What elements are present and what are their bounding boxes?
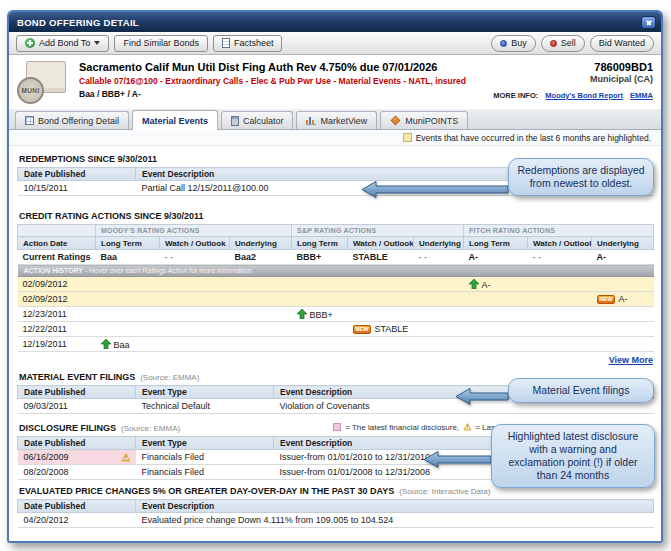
cusip: 786009BD1 (473, 61, 653, 73)
tab-calculator[interactable]: Calculator (221, 111, 294, 129)
chart-icon (306, 116, 316, 125)
empty-rating-cell (230, 322, 292, 337)
rating-history-row: 02/09/2012A- (18, 277, 654, 292)
empty-rating-cell (96, 277, 160, 292)
empty-rating-cell (592, 322, 654, 337)
action-history-text: ACTION HISTORY - Hover over each Ratings… (18, 265, 654, 277)
find-similar-b bonds-button[interactable]: Find Similar Bonds (114, 35, 208, 52)
material-events-callout-arrow-icon (455, 387, 509, 406)
tab-munipoints[interactable]: MuniPOINTS (380, 111, 468, 129)
empty-rating-cell (528, 307, 592, 322)
diamond-icon (391, 116, 401, 126)
factsheet-button[interactable]: Factsheet (213, 35, 283, 52)
upgrade-arrow-icon (297, 309, 307, 319)
empty-rating-cell (160, 322, 230, 337)
muni-seal-icon: MUNI (17, 77, 44, 104)
empty-rating-cell (160, 292, 230, 307)
action-date-cell: 12/22/2011 (18, 322, 96, 337)
tab-bond-offering-detail[interactable]: Bond Offering Detail (15, 111, 129, 129)
disclosures-source: (Source: EMMA) (121, 424, 180, 433)
rating-action-cell[interactable]: NEWSTABLE (348, 322, 414, 337)
close-button[interactable] (641, 16, 656, 29)
empty-rating-cell (414, 337, 464, 352)
redemptions-callout: Redemptions are displayed from newest to… (508, 158, 654, 196)
current-rating-cell: Baa2 (230, 250, 292, 265)
sell-dot-icon (550, 40, 557, 47)
empty-rating-cell (414, 277, 464, 292)
warning-icon: ⚠ (463, 422, 471, 432)
rating-history-row: 12/22/2011NEWSTABLE (18, 322, 654, 337)
new-badge: NEW (597, 295, 616, 305)
rating-action-cell[interactable]: NEWA- (592, 292, 654, 307)
table-header-row: Date PublishedEvent Description (18, 500, 654, 513)
buy-button[interactable]: Buy (491, 35, 536, 52)
empty-rating-cell (230, 337, 292, 352)
buy-dot-icon (500, 40, 507, 47)
moodys-bond-report-link[interactable]: Moody's Bond Report (545, 91, 623, 100)
column-header: Date Published (18, 437, 136, 450)
credit-ratings-title: CREDIT RATING ACTIONS SINCE 9/30/2011 (19, 211, 204, 221)
empty-rating-cell (230, 307, 292, 322)
sub-column-header: Watch / Outlook (160, 237, 230, 250)
factsheet-icon (222, 38, 230, 48)
rating-history-row: 02/09/2012NEWA- (18, 292, 654, 307)
agency-group-header: S&P RATING ACTIONS (292, 225, 464, 237)
add-bond-to-button[interactable]: Add Bond To (16, 35, 109, 52)
action-date-header: Action Date (18, 237, 96, 250)
tab-material-events[interactable]: Material Events (132, 110, 218, 130)
rating-action-cell[interactable]: Baa (96, 337, 160, 352)
tab-label: Bond Offering Detail (38, 116, 119, 126)
date-cell: 06/16/2009⚠ (18, 450, 136, 465)
action-date-cell: 12/23/2011 (18, 307, 96, 322)
tab-marketview[interactable]: MarketView (296, 111, 377, 129)
column-header: Event Type (136, 386, 274, 399)
rating-action-cell[interactable]: BBB+ (292, 307, 348, 322)
sub-column-header: Long Term (292, 237, 348, 250)
bond-name: Sacramento Calif Mun Util Dist Fing Auth… (79, 61, 463, 73)
agency-group-header-row: MOODY'S RATING ACTIONSS&P RATING ACTIONS… (18, 225, 654, 237)
current-rating-cell: A- (464, 250, 528, 265)
find-similar-bonds-label: Find Similar Bonds (123, 38, 199, 48)
price-change-row: 04/20/2012Evaluated price change Down 4.… (18, 513, 654, 528)
window-title: BOND OFFERING DETAIL (17, 17, 641, 28)
bond-identifiers: 786009BD1 Municipal (CA) MORE INFO: Mood… (473, 61, 653, 109)
disclosures-title: DISCLOSURE FILINGS (19, 423, 116, 433)
security-type: Municipal (CA) (473, 74, 653, 84)
empty-rating-cell (160, 337, 230, 352)
current-rating-cell: - - (528, 250, 592, 265)
legend-latest-label: = The latest financial disclosure, (345, 423, 459, 432)
sell-label: Sell (561, 38, 576, 48)
empty-rating-cell (528, 322, 592, 337)
price-changes-title: EVALUATED PRICE CHANGES 5% OR GREATER DA… (19, 486, 394, 496)
column-header: Event Description (136, 500, 654, 513)
date-cell: 08/20/2008 (18, 465, 136, 480)
date-cell: 04/20/2012 (18, 513, 136, 528)
sell-button[interactable]: Sell (541, 35, 585, 52)
material-events-source: (Source: EMMA) (140, 373, 199, 382)
tab-label: MuniPOINTS (405, 116, 458, 126)
empty-rating-cell (348, 337, 414, 352)
bond-call-features: Callable 07/16@100 - Extraordinary Calls… (79, 76, 463, 86)
column-header: Date Published (18, 168, 136, 181)
emma-link[interactable]: EMMA (630, 91, 653, 100)
tab-bar: Bond Offering DetailMaterial EventsCalcu… (9, 109, 661, 130)
muni-logo: MUNI (17, 60, 69, 106)
more-info-label: MORE INFO: (493, 91, 538, 100)
bid-wanted-label: Bid Wanted (599, 38, 645, 48)
titlebar: BOND OFFERING DETAIL (9, 12, 661, 32)
rating-history-row: 12/23/2011BBB+ (18, 307, 654, 322)
agency-group-header: MOODY'S RATING ACTIONS (96, 225, 292, 237)
empty-rating-cell (528, 337, 592, 352)
current-rating-cell: BBB+ (292, 250, 348, 265)
dropdown-caret-icon (94, 41, 100, 45)
rating-history-row: 12/19/2011Baa (18, 337, 654, 352)
highlight-note-text: Events that have occurred in the last 6 … (416, 133, 651, 143)
rating-action-cell[interactable]: A- (464, 277, 528, 292)
empty-rating-cell (230, 277, 292, 292)
redemptions-title: REDEMPTIONS SINCE 9/30/2011 (19, 154, 157, 164)
current-ratings-label: Current Ratings (18, 250, 96, 265)
bid-wanted-button[interactable]: Bid Wanted (590, 35, 654, 52)
more-info: MORE INFO: Moody's Bond Report EMMA (473, 91, 653, 100)
view-more-link[interactable]: View More (17, 355, 653, 365)
action-date-cell: 12/19/2011 (18, 337, 96, 352)
